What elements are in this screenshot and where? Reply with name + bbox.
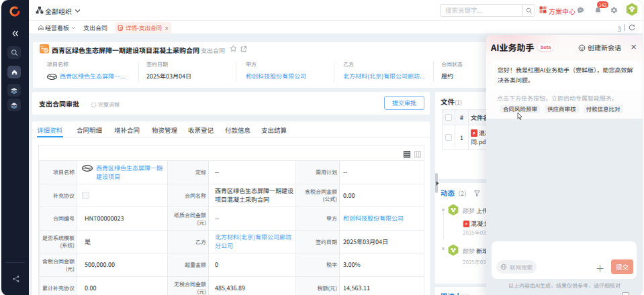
svg-text:P: P: [465, 222, 467, 226]
